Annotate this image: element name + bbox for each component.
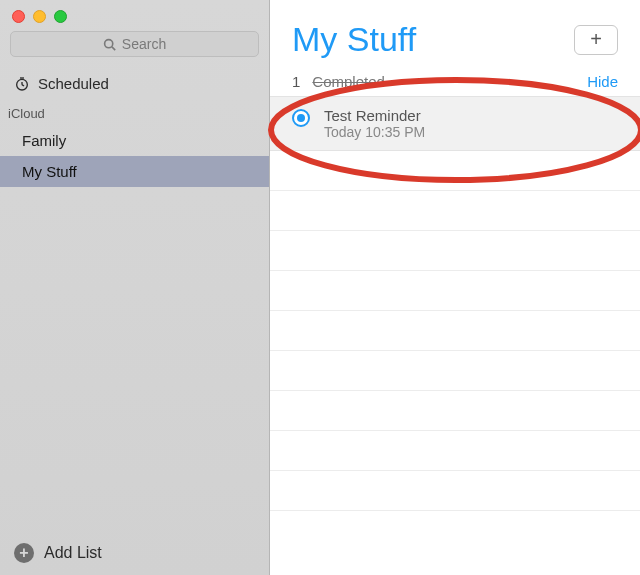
radio-dot-icon <box>297 114 305 122</box>
svg-line-4 <box>22 84 24 85</box>
main-panel: My Stuff + 1 Completed Hide Test Reminde… <box>270 0 640 575</box>
page-title: My Stuff <box>292 20 416 59</box>
completed-label: Completed <box>312 73 385 90</box>
reminder-title: Test Reminder <box>324 107 425 124</box>
hide-completed-link[interactable]: Hide <box>587 73 618 90</box>
add-reminder-button[interactable]: + <box>574 25 618 55</box>
svg-point-0 <box>104 39 112 47</box>
close-window-button[interactable] <box>12 10 25 23</box>
empty-rows <box>270 151 640 575</box>
sidebar-section-label: iCloud <box>0 100 269 125</box>
zoom-window-button[interactable] <box>54 10 67 23</box>
sidebar-item-scheduled[interactable]: Scheduled <box>0 67 269 100</box>
plus-circle-icon: + <box>14 543 34 563</box>
reminder-subtitle: Today 10:35 PM <box>324 124 425 140</box>
minimize-window-button[interactable] <box>33 10 46 23</box>
completed-count: 1 <box>292 73 300 90</box>
search-icon <box>103 38 116 51</box>
add-list-label: Add List <box>44 544 102 562</box>
sidebar-item-my-stuff[interactable]: My Stuff <box>0 156 269 187</box>
svg-line-1 <box>112 46 115 49</box>
completed-header[interactable]: 1 Completed Hide <box>270 69 640 96</box>
search-placeholder: Search <box>122 36 166 52</box>
plus-icon: + <box>590 28 602 51</box>
window-controls <box>0 0 269 31</box>
add-list-button[interactable]: + Add List <box>0 531 269 575</box>
sidebar: Search Scheduled iCloud Family My Stuff … <box>0 0 270 575</box>
sidebar-item-family[interactable]: Family <box>0 125 269 156</box>
reminder-row[interactable]: Test Reminder Today 10:35 PM <box>270 96 640 151</box>
clock-icon <box>14 76 30 92</box>
reminder-complete-toggle[interactable] <box>292 109 310 127</box>
scheduled-label: Scheduled <box>38 75 109 92</box>
search-input[interactable]: Search <box>10 31 259 57</box>
